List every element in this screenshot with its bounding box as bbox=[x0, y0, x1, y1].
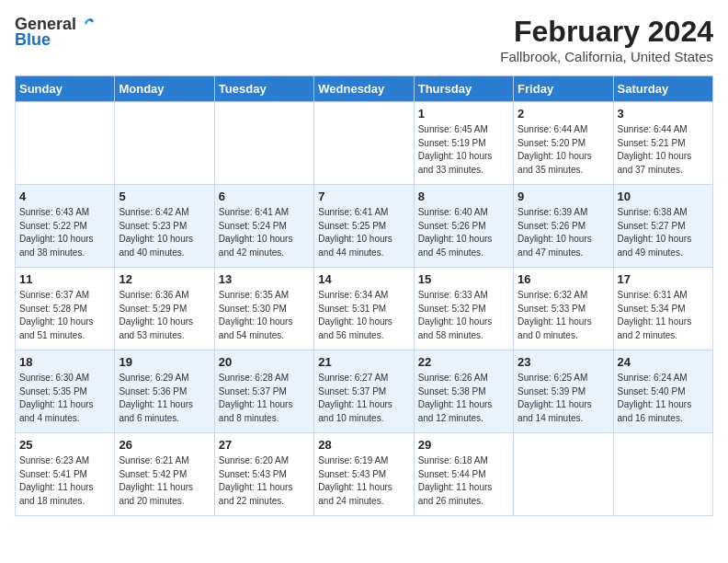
week-row-1: 1Sunrise: 6:45 AMSunset: 5:19 PMDaylight… bbox=[16, 102, 713, 185]
day-number: 25 bbox=[19, 438, 110, 452]
day-number: 27 bbox=[219, 438, 310, 452]
calendar-cell: 1Sunrise: 6:45 AMSunset: 5:19 PMDaylight… bbox=[414, 102, 513, 185]
calendar-cell bbox=[16, 102, 115, 185]
calendar-cell: 29Sunrise: 6:18 AMSunset: 5:44 PMDayligh… bbox=[414, 433, 513, 516]
calendar-cell: 22Sunrise: 6:26 AMSunset: 5:38 PMDayligh… bbox=[414, 350, 513, 433]
cell-content: Sunrise: 6:19 AMSunset: 5:43 PMDaylight:… bbox=[318, 454, 409, 508]
cell-content: Sunrise: 6:32 AMSunset: 5:33 PMDaylight:… bbox=[518, 289, 609, 342]
day-header-friday: Friday bbox=[514, 76, 613, 102]
day-number: 21 bbox=[318, 355, 409, 369]
page-header: General Blue February 2024 Fallbrook, Ca… bbox=[15, 15, 713, 64]
week-row-5: 25Sunrise: 6:23 AMSunset: 5:41 PMDayligh… bbox=[16, 433, 713, 516]
calendar-cell bbox=[514, 433, 613, 516]
calendar-cell: 24Sunrise: 6:24 AMSunset: 5:40 PMDayligh… bbox=[613, 350, 712, 433]
calendar-cell: 16Sunrise: 6:32 AMSunset: 5:33 PMDayligh… bbox=[514, 268, 613, 350]
cell-content: Sunrise: 6:41 AMSunset: 5:25 PMDaylight:… bbox=[318, 206, 409, 259]
cell-content: Sunrise: 6:25 AMSunset: 5:39 PMDaylight:… bbox=[518, 372, 609, 425]
cell-content: Sunrise: 6:26 AMSunset: 5:38 PMDaylight:… bbox=[418, 372, 509, 425]
cell-content: Sunrise: 6:36 AMSunset: 5:29 PMDaylight:… bbox=[119, 289, 210, 342]
day-number: 9 bbox=[518, 190, 609, 203]
day-number: 7 bbox=[318, 190, 409, 203]
calendar-cell bbox=[613, 433, 712, 516]
day-number: 2 bbox=[518, 107, 609, 121]
cell-content: Sunrise: 6:38 AMSunset: 5:27 PMDaylight:… bbox=[618, 206, 709, 259]
cell-content: Sunrise: 6:31 AMSunset: 5:34 PMDaylight:… bbox=[618, 289, 709, 342]
day-number: 4 bbox=[19, 190, 110, 203]
day-header-wednesday: Wednesday bbox=[314, 76, 414, 102]
calendar-cell: 9Sunrise: 6:39 AMSunset: 5:26 PMDaylight… bbox=[514, 185, 613, 268]
week-row-3: 11Sunrise: 6:37 AMSunset: 5:28 PMDayligh… bbox=[16, 268, 713, 350]
cell-content: Sunrise: 6:42 AMSunset: 5:23 PMDaylight:… bbox=[119, 206, 210, 259]
cell-content: Sunrise: 6:23 AMSunset: 5:41 PMDaylight:… bbox=[19, 454, 110, 508]
day-number: 26 bbox=[119, 438, 210, 452]
calendar-cell: 5Sunrise: 6:42 AMSunset: 5:23 PMDaylight… bbox=[115, 185, 214, 268]
calendar-cell: 23Sunrise: 6:25 AMSunset: 5:39 PMDayligh… bbox=[514, 350, 613, 433]
calendar-cell: 20Sunrise: 6:28 AMSunset: 5:37 PMDayligh… bbox=[214, 350, 313, 433]
calendar-cell: 2Sunrise: 6:44 AMSunset: 5:20 PMDaylight… bbox=[514, 102, 613, 185]
cell-content: Sunrise: 6:18 AMSunset: 5:44 PMDaylight:… bbox=[418, 454, 509, 508]
week-row-4: 18Sunrise: 6:30 AMSunset: 5:35 PMDayligh… bbox=[16, 350, 713, 433]
main-title: February 2024 bbox=[500, 15, 713, 49]
cell-content: Sunrise: 6:40 AMSunset: 5:26 PMDaylight:… bbox=[418, 206, 509, 259]
cell-content: Sunrise: 6:34 AMSunset: 5:31 PMDaylight:… bbox=[318, 289, 409, 342]
calendar-cell: 13Sunrise: 6:35 AMSunset: 5:30 PMDayligh… bbox=[214, 268, 313, 350]
calendar-cell: 12Sunrise: 6:36 AMSunset: 5:29 PMDayligh… bbox=[115, 268, 214, 350]
cell-content: Sunrise: 6:28 AMSunset: 5:37 PMDaylight:… bbox=[219, 372, 310, 425]
cell-content: Sunrise: 6:33 AMSunset: 5:32 PMDaylight:… bbox=[418, 289, 509, 342]
week-row-2: 4Sunrise: 6:43 AMSunset: 5:22 PMDaylight… bbox=[16, 185, 713, 268]
day-number: 16 bbox=[518, 272, 609, 286]
calendar-cell: 10Sunrise: 6:38 AMSunset: 5:27 PMDayligh… bbox=[613, 185, 712, 268]
cell-content: Sunrise: 6:37 AMSunset: 5:28 PMDaylight:… bbox=[19, 289, 110, 342]
logo: General Blue bbox=[15, 15, 97, 50]
logo-blue: Blue bbox=[15, 30, 51, 50]
day-number: 22 bbox=[418, 355, 509, 369]
day-header-sunday: Sunday bbox=[16, 76, 115, 102]
day-number: 20 bbox=[219, 355, 310, 369]
calendar-table: SundayMondayTuesdayWednesdayThursdayFrid… bbox=[15, 75, 713, 516]
calendar-cell bbox=[314, 102, 414, 185]
day-number: 19 bbox=[119, 355, 210, 369]
calendar-cell: 7Sunrise: 6:41 AMSunset: 5:25 PMDaylight… bbox=[314, 185, 414, 268]
cell-content: Sunrise: 6:35 AMSunset: 5:30 PMDaylight:… bbox=[219, 289, 310, 342]
calendar-cell bbox=[214, 102, 313, 185]
day-number: 1 bbox=[418, 107, 509, 121]
day-number: 18 bbox=[19, 355, 110, 369]
cell-content: Sunrise: 6:27 AMSunset: 5:37 PMDaylight:… bbox=[318, 372, 409, 425]
calendar-cell: 3Sunrise: 6:44 AMSunset: 5:21 PMDaylight… bbox=[613, 102, 712, 185]
cell-content: Sunrise: 6:45 AMSunset: 5:19 PMDaylight:… bbox=[418, 123, 509, 177]
day-number: 3 bbox=[618, 107, 709, 121]
day-number: 11 bbox=[19, 272, 110, 286]
calendar-cell: 26Sunrise: 6:21 AMSunset: 5:42 PMDayligh… bbox=[115, 433, 214, 516]
day-number: 29 bbox=[418, 438, 509, 452]
calendar-cell: 8Sunrise: 6:40 AMSunset: 5:26 PMDaylight… bbox=[414, 185, 513, 268]
calendar-cell: 27Sunrise: 6:20 AMSunset: 5:43 PMDayligh… bbox=[214, 433, 313, 516]
day-number: 15 bbox=[418, 272, 509, 286]
calendar-cell: 25Sunrise: 6:23 AMSunset: 5:41 PMDayligh… bbox=[16, 433, 115, 516]
subtitle: Fallbrook, California, United States bbox=[500, 49, 713, 64]
calendar-cell: 28Sunrise: 6:19 AMSunset: 5:43 PMDayligh… bbox=[314, 433, 414, 516]
calendar-cell: 19Sunrise: 6:29 AMSunset: 5:36 PMDayligh… bbox=[115, 350, 214, 433]
calendar-cell bbox=[115, 102, 214, 185]
day-number: 14 bbox=[318, 272, 409, 286]
cell-content: Sunrise: 6:21 AMSunset: 5:42 PMDaylight:… bbox=[119, 454, 210, 508]
day-number: 24 bbox=[618, 355, 709, 369]
calendar-cell: 6Sunrise: 6:41 AMSunset: 5:24 PMDaylight… bbox=[214, 185, 313, 268]
logo-bird-icon bbox=[78, 16, 97, 34]
day-number: 23 bbox=[518, 355, 609, 369]
cell-content: Sunrise: 6:24 AMSunset: 5:40 PMDaylight:… bbox=[618, 372, 709, 425]
day-number: 6 bbox=[219, 190, 310, 203]
day-number: 5 bbox=[119, 190, 210, 203]
day-number: 12 bbox=[119, 272, 210, 286]
calendar-header-row: SundayMondayTuesdayWednesdayThursdayFrid… bbox=[16, 76, 713, 102]
calendar-cell: 14Sunrise: 6:34 AMSunset: 5:31 PMDayligh… bbox=[314, 268, 414, 350]
cell-content: Sunrise: 6:43 AMSunset: 5:22 PMDaylight:… bbox=[19, 206, 110, 259]
cell-content: Sunrise: 6:20 AMSunset: 5:43 PMDaylight:… bbox=[219, 454, 310, 508]
day-header-monday: Monday bbox=[115, 76, 214, 102]
cell-content: Sunrise: 6:30 AMSunset: 5:35 PMDaylight:… bbox=[19, 372, 110, 425]
cell-content: Sunrise: 6:41 AMSunset: 5:24 PMDaylight:… bbox=[219, 206, 310, 259]
day-number: 13 bbox=[219, 272, 310, 286]
cell-content: Sunrise: 6:39 AMSunset: 5:26 PMDaylight:… bbox=[518, 206, 609, 259]
calendar-cell: 11Sunrise: 6:37 AMSunset: 5:28 PMDayligh… bbox=[16, 268, 115, 350]
day-number: 17 bbox=[618, 272, 709, 286]
calendar-cell: 4Sunrise: 6:43 AMSunset: 5:22 PMDaylight… bbox=[16, 185, 115, 268]
